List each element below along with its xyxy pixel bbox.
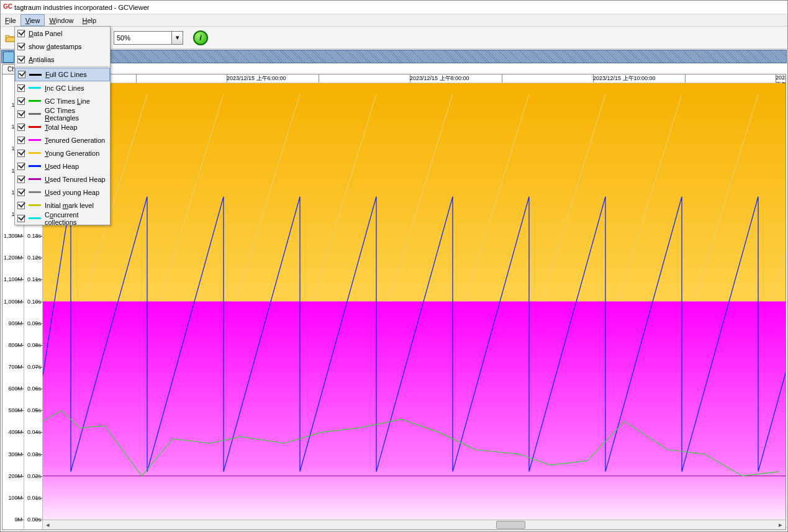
menu-item-label: GC Times Rectangles [45, 107, 107, 122]
app-window: GC tagtraum industries incorporated - GC… [0, 0, 788, 532]
checkbox-icon [17, 176, 25, 183]
checkbox-icon [17, 84, 25, 92]
menu-item-label: Data Panel [29, 30, 62, 37]
menu-item-label: Used Heap [45, 163, 79, 170]
menu-item-label: GC Times Line [45, 97, 90, 105]
menu-item-gc-times-rectangles[interactable]: GC Times Rectangles [15, 107, 110, 120]
time-tick-label: 2023/12/15 上午8:00:00 [410, 74, 469, 83]
color-swatch [29, 113, 41, 115]
menubar: File View Window Help Data Panelshow dat… [1, 14, 787, 27]
menu-item-label: show datestamps [29, 43, 82, 50]
checkbox-icon [17, 110, 25, 118]
color-swatch [29, 152, 41, 154]
chevron-down-icon[interactable]: ▾ [171, 32, 183, 44]
checkbox-icon [17, 189, 25, 196]
menu-item-initial-mark-level[interactable]: Initial mark level [15, 199, 110, 212]
menu-item-concurrent-collections[interactable]: Concurrent collections [15, 212, 110, 225]
tab-row: Ch [1, 64, 787, 74]
titlebar: GC tagtraum industries incorporated - GC… [1, 1, 787, 14]
menu-item-used-young-heap[interactable]: Used young Heap [15, 186, 110, 199]
about-button[interactable]: i [193, 30, 208, 45]
color-swatch [29, 165, 41, 167]
checkbox-icon [17, 150, 25, 157]
color-swatch [29, 87, 41, 89]
menu-item-used-heap[interactable]: Used Heap [15, 160, 110, 173]
menu-item-label: Concurrent collections [45, 211, 107, 226]
menu-item-label: Antialias [29, 56, 55, 63]
time-tick-label: 2023/12/15 上午10:00:00 [593, 74, 656, 83]
menu-item-young-generation[interactable]: Young Generation [15, 147, 110, 160]
document-titlebar[interactable] [1, 50, 787, 63]
menu-window[interactable]: Window [45, 14, 78, 26]
checkbox-icon [17, 163, 25, 170]
plot-svg [43, 83, 786, 520]
menu-item-total-heap[interactable]: Total Heap [15, 120, 110, 133]
toolbar: 50% ▾ i [1, 27, 787, 49]
horizontal-scrollbar[interactable]: ◂ ▸ [43, 520, 786, 530]
color-swatch [29, 74, 42, 76]
menu-item-antialias[interactable]: Antialias [15, 53, 110, 66]
zoom-value: 50% [117, 34, 130, 42]
menu-item-show-datestamps[interactable]: show datestamps [15, 40, 110, 53]
color-swatch [29, 126, 41, 128]
checkbox-icon [17, 56, 25, 63]
app-logo-icon: GC [3, 3, 12, 12]
time-axis: 2023/12/15 上午6:00:002023/12/15 上午8:00:00… [43, 74, 786, 83]
checkbox-icon [17, 43, 25, 50]
scroll-left-arrow-icon[interactable]: ◂ [43, 520, 53, 530]
checkbox-icon [17, 215, 25, 222]
menu-item-data-panel[interactable]: Data Panel [15, 27, 110, 40]
window-title: tagtraum industries incorporated - GCVie… [14, 4, 149, 11]
menu-item-used-tenured-heap[interactable]: Used Tenured Heap [15, 173, 110, 186]
checkbox-icon [17, 124, 25, 131]
checkbox-icon [17, 137, 25, 144]
menu-item-label: Young Generation [45, 150, 99, 157]
view-menu-dropdown: Data Panelshow datestampsAntialiasFull G… [14, 26, 111, 225]
color-swatch [29, 100, 41, 102]
menu-view[interactable]: View [20, 14, 45, 26]
chart-area: 0M100M200M300M400M500M600M700M800M900M1,… [2, 74, 786, 530]
menu-item-gc-times-line[interactable]: GC Times Line [15, 94, 110, 107]
zoom-combobox[interactable]: 50% ▾ [114, 31, 183, 45]
color-swatch [29, 191, 41, 193]
menu-help[interactable]: Help [78, 14, 101, 26]
menu-item-tenured-generation[interactable]: Tenured Generation [15, 133, 110, 147]
color-swatch [29, 217, 41, 219]
time-tick-label: 2023/12/15 上午6:00:00 [227, 74, 286, 83]
color-swatch [29, 204, 41, 206]
checkbox-icon [17, 202, 25, 209]
menu-item-label: Tenured Generation [45, 137, 105, 144]
scrollbar-thumb[interactable] [496, 521, 526, 529]
menu-item-label: Full GC Lines [45, 71, 87, 78]
svg-rect-0 [43, 83, 786, 302]
checkbox-icon [17, 97, 25, 105]
menu-file[interactable]: File [1, 14, 20, 26]
menu-item-label: Used Tenured Heap [45, 176, 106, 183]
checkbox-icon [18, 71, 25, 78]
document-icon [3, 52, 14, 63]
menu-item-label: Initial mark level [45, 202, 94, 209]
menu-item-full-gc-lines[interactable]: Full GC Lines [15, 68, 110, 81]
menu-item-inc-gc-lines[interactable]: Inc GC Lines [15, 81, 110, 94]
color-swatch [29, 178, 41, 180]
checkbox-icon [17, 30, 25, 37]
plot[interactable]: 2023/12/15 上午6:00:002023/12/15 上午8:00:00… [43, 74, 786, 530]
scroll-right-arrow-icon[interactable]: ▸ [776, 520, 786, 530]
color-swatch [29, 139, 41, 141]
menu-item-label: Used young Heap [45, 189, 99, 196]
menu-item-label: Total Heap [45, 124, 78, 131]
menu-item-label: Inc GC Lines [45, 84, 84, 92]
